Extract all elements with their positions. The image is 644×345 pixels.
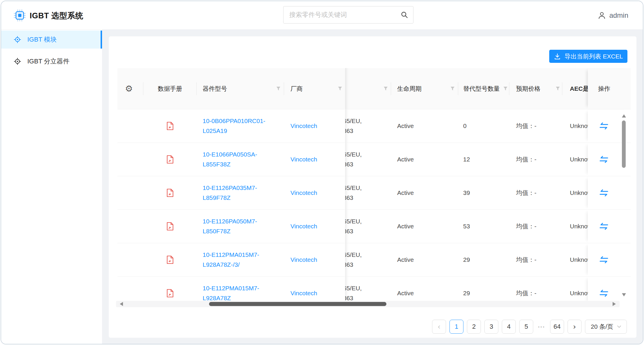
horizontal-scrollbar[interactable] [116,301,620,307]
lifecycle-value: Active [391,143,458,176]
pagination-page-1[interactable]: 1 [449,320,463,334]
lifecycle-value: Active [391,210,458,243]
table-header-row: ⚙ 数据手册 器件型号 厂商 [117,68,631,109]
part-number-link[interactable]: 10-E1066PA050SA-L855F38Z [203,150,281,169]
gear-icon[interactable]: ⚙ [125,84,133,93]
sidebar-item-igbt-module[interactable]: IGBT 模块 [1,31,102,49]
cert-fragment: 65/EU,863 [345,216,362,236]
user-menu[interactable]: admin [598,1,628,30]
swap-icon[interactable] [600,189,608,197]
cert-fragment: 65/EU,863 [345,183,362,203]
expected-price-value: 均值：- [509,176,562,209]
part-number-link[interactable]: 10-E1126PA050M7-L850F78Z [203,216,281,236]
part-number-link[interactable]: 10-E112PMA015M7-L928A78Z-/3/ [203,250,281,270]
part-number-link[interactable]: 10-E112PMA015M7-L928A78Z [203,283,281,300]
pagination-prev-button[interactable]: ‹ [432,320,446,334]
expected-price-value: 均值：- [509,243,562,276]
pdf-icon[interactable] [166,222,174,231]
vendor-link[interactable]: Vincotech [290,290,317,297]
horizontal-scrollbar-thumb[interactable] [209,302,386,306]
part-number-link[interactable]: 10-0B06PPA010RC01-L025A19 [203,116,281,136]
column-alternatives-header: 替代型号数量 [458,68,509,109]
scroll-down-arrow-icon[interactable] [622,293,626,298]
part-number-link[interactable]: 10-E1126PA035M7-L859F78Z [203,183,281,203]
cert-fragment: 65/EU,863 [345,150,362,169]
scroll-up-arrow-icon[interactable] [622,112,626,118]
vendor-link[interactable]: Vincotech [290,189,317,196]
vertical-scrollbar-thumb[interactable] [622,120,626,168]
scroll-right-arrow-icon[interactable] [613,302,618,306]
export-excel-button[interactable]: 导出当前列表 EXCEL [549,50,627,63]
expected-price-value: 均值：- [509,109,562,143]
pdf-icon[interactable] [166,289,174,298]
lifecycle-value: Active [391,277,458,300]
table-row: 10-E112PMA015M7-L928A78Z-/3/ Vincotech 6… [117,243,631,277]
top-header: IGBT 选型系统 admin [1,1,643,30]
filter-icon[interactable] [556,86,560,91]
table-row: 10-0B06PPA010RC01-L025A19 Vincotech 65/E… [117,109,631,143]
table-row: 10-E1126PA050M7-L850F78Z Vincotech 65/EU… [117,210,631,243]
cert-fragment: 65/EU,863 [345,250,362,270]
pdf-icon[interactable] [166,255,174,264]
filter-icon[interactable] [383,86,388,91]
table-row: 10-E1066PA050SA-L855F38Z Vincotech 65/EU… [117,143,631,176]
table-row: 10-E112PMA015M7-L928A78Z Vincotech 65/EU… [117,277,631,300]
cert-fragment: 65/EU,863 [345,283,362,300]
expected-price-value: 均值：- [509,143,562,176]
filter-icon[interactable] [503,86,508,91]
filter-icon[interactable] [338,86,342,91]
content-card: 导出当前列表 EXCEL ⚙ 数据手册 器件型号 厂商 [109,36,636,338]
pagination-next-button[interactable]: › [568,320,581,334]
filter-icon[interactable] [450,86,455,91]
pdf-icon[interactable] [166,188,174,197]
alternatives-value: 12 [458,143,509,176]
parts-table: ⚙ 数据手册 器件型号 厂商 [117,68,631,301]
scroll-left-arrow-icon[interactable] [118,302,123,306]
search-input[interactable] [283,11,396,19]
expected-price-value: 均值：- [509,210,562,243]
chevron-down-icon [617,326,621,328]
swap-icon[interactable] [600,223,608,230]
pagination: ‹ 1 2 3 4 5 ••• 64 › 20 条/页 [432,320,627,334]
user-name: admin [609,11,628,19]
cert-fragment: 65/EU,863 [345,116,362,136]
vendor-link[interactable]: Vincotech [290,256,317,263]
sidebar-item-igbt-discrete[interactable]: IGBT 分立器件 [1,52,102,70]
search-box [283,6,413,24]
lifecycle-value: Active [391,176,458,209]
pagination-page-last[interactable]: 64 [550,320,564,334]
vendor-link[interactable]: Vincotech [290,122,317,129]
expected-price-value: 均值：- [509,277,562,300]
pdf-icon[interactable] [166,122,174,130]
swap-icon[interactable] [600,122,608,130]
export-excel-label: 导出当前列表 EXCEL [565,52,623,61]
swap-icon[interactable] [600,289,608,297]
download-icon [554,53,561,60]
column-settings-header: ⚙ [117,68,143,109]
swap-icon[interactable] [600,256,608,264]
table-row: 10-E1126PA035M7-L859F78Z Vincotech 65/EU… [117,176,631,210]
lifecycle-value: Active [391,109,458,143]
column-part-number-header: 器件型号 [197,68,284,109]
pdf-icon[interactable] [166,155,174,164]
pagination-page-4[interactable]: 4 [502,320,516,334]
sidebar-item-label: IGBT 模块 [27,35,57,44]
app-title: IGBT 选型系统 [30,10,83,21]
column-datasheet-header: 数据手册 [143,68,197,109]
alternatives-value: 29 [458,277,509,300]
pagination-ellipsis[interactable]: ••• [537,324,547,329]
page-size-select[interactable]: 20 条/页 [585,320,627,334]
filter-icon[interactable] [276,86,281,91]
pagination-page-3[interactable]: 3 [484,320,498,334]
alternatives-value: 29 [458,243,509,276]
table-body: 10-0B06PPA010RC01-L025A19 Vincotech 65/E… [117,109,631,300]
pagination-page-2[interactable]: 2 [467,320,481,334]
search-button[interactable] [396,6,413,23]
vertical-scrollbar[interactable] [622,112,626,298]
swap-icon[interactable] [600,156,608,163]
user-icon [598,11,606,19]
pagination-page-5[interactable]: 5 [519,320,533,334]
search-icon [401,11,408,19]
vendor-link[interactable]: Vincotech [290,223,317,230]
vendor-link[interactable]: Vincotech [290,156,317,163]
